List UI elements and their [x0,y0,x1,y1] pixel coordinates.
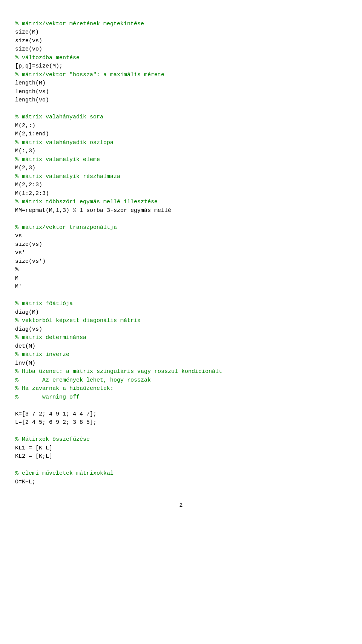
code-line: O=K+L; [15,478,347,487]
comment-line: % mátrix főátlója [15,300,347,308]
code-line: M(2,2:3) [15,181,347,190]
code-line: inv(M) [15,359,347,368]
comment-line: % mátrix valamelyik részhalmaza [15,173,347,181]
code-line: M(:,3) [15,147,347,156]
empty-line [15,402,347,410]
comment-line: % elemi műveletek mátrixokkal [15,469,347,478]
comment-line: % mátrix/vektor transzponáltja [15,224,347,232]
empty-line [15,427,347,436]
code-line: length(vs) [15,88,347,97]
comment-line: % mátrix/vektor méretének megtekintése [15,20,347,29]
code-line: MM=repmat(M,1,3) % 1 sorba 3-szor egymás… [15,207,347,215]
code-line: % [15,266,347,274]
comment-line: % mátrix valahányadik sora [15,113,347,122]
code-content: % mátrix/vektor méretének megtekintésesi… [15,11,347,486]
comment-line: % mátrix determinánsa [15,334,347,342]
comment-line: % vektorból képzett diagonális mátrix [15,317,347,325]
code-line: size(vs) [15,241,347,249]
comment-line: % mátrix inverze [15,351,347,359]
code-line: size(M) [15,28,347,37]
code-line: size(vo) [15,45,347,54]
comment-line: % mátrix többszöri egymás mellé illeszté… [15,198,347,207]
comment-line: % változóba mentése [15,54,347,63]
empty-line [15,105,347,113]
code-line: KL2 = [K;L] [15,452,347,461]
code-line: M(1:2,2:3) [15,190,347,198]
comment-line: % Az eremények lehet, hogy rosszak [15,376,347,385]
code-line: M(2,1:end) [15,130,347,139]
page-number: 2 [15,501,347,510]
code-line: vs [15,232,347,241]
code-line: [p,q]=size(M); [15,62,347,71]
comment-line: % mátrix valamelyik eleme [15,156,347,164]
comment-line: % mátrix valahányadik oszlopa [15,139,347,147]
code-line: det(M) [15,342,347,351]
code-line: size(vs) [15,37,347,46]
code-line: M [15,274,347,283]
comment-line: % Mátirxok összefűzése [15,435,347,444]
code-line: K=[3 7 2; 4 9 1; 4 4 7]; [15,410,347,419]
code-line: diag(vs) [15,325,347,334]
comment-line: % mátrix/vektor "hossza": a maximális mé… [15,71,347,80]
code-line: length(vo) [15,96,347,105]
code-line: size(vs') [15,258,347,266]
code-line: M(2,:) [15,122,347,130]
empty-line [15,215,347,224]
comment-line: % Ha zavarnak a hibaüzenetek: [15,385,347,393]
empty-line [15,291,347,300]
code-line: M' [15,283,347,291]
code-line: diag(M) [15,308,347,317]
code-line: M(2,3) [15,164,347,173]
code-line: length(M) [15,79,347,88]
code-line: vs' [15,249,347,258]
code-line: KL1 = [K L] [15,444,347,453]
comment-line: % Hiba üzenet: a mátrix szinguláris vagy… [15,368,347,376]
empty-line [15,461,347,470]
code-line: L=[2 4 5; 6 9 2; 3 8 5]; [15,419,347,427]
comment-line: % warning off [15,393,347,402]
